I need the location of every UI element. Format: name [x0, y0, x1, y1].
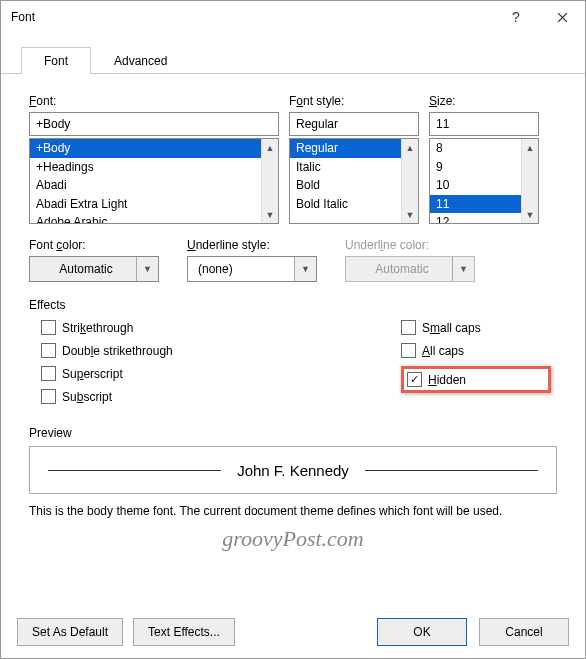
footer: Set As Default Text Effects... OK Cancel [17, 618, 569, 646]
tab-font-label: Font [44, 54, 68, 68]
set-default-button[interactable]: Set As Default [17, 618, 123, 646]
checkbox-icon: ✓ [407, 372, 422, 387]
list-item[interactable]: Abadi [30, 176, 261, 195]
list-item[interactable]: 11 [430, 195, 521, 214]
list-item[interactable]: 10 [430, 176, 521, 195]
doublestrike-checkbox[interactable]: Double strikethrough [41, 343, 401, 358]
scrollbar[interactable]: ▲ ▼ [401, 139, 418, 223]
subscript-checkbox[interactable]: Subscript [41, 389, 401, 404]
window-title: Font [11, 10, 493, 24]
underline-combo[interactable]: (none) ▼ [187, 256, 317, 282]
help-button[interactable]: ? [493, 1, 539, 33]
list-item[interactable]: Bold [290, 176, 401, 195]
checkbox-icon [41, 389, 56, 404]
close-button[interactable] [539, 1, 585, 33]
preview-hint: This is the body theme font. The current… [29, 504, 557, 518]
list-item[interactable]: 9 [430, 158, 521, 177]
scrollbar[interactable]: ▲ ▼ [521, 139, 538, 223]
tab-row: Font Advanced [1, 47, 585, 74]
checkbox-icon [41, 320, 56, 335]
superscript-checkbox[interactable]: Superscript [41, 366, 401, 381]
preview-text: John F. Kennedy [237, 462, 349, 479]
chevron-down-icon: ▼ [294, 257, 316, 281]
fontstyle-column: Font style: Regular Italic Bold Bold Ita… [289, 94, 419, 224]
scroll-up-icon[interactable]: ▲ [262, 139, 278, 156]
preview-line [48, 470, 221, 471]
list-item[interactable]: Abadi Extra Light [30, 195, 261, 214]
size-input[interactable] [429, 112, 539, 136]
list-item[interactable]: Bold Italic [290, 195, 401, 214]
list-item[interactable]: Italic [290, 158, 401, 177]
effects-right: Small caps All caps ✓Hidden [401, 320, 551, 404]
text-effects-button[interactable]: Text Effects... [133, 618, 235, 646]
fontcolor-value: Automatic [59, 262, 112, 276]
fontcolor-label: Font color: [29, 238, 159, 252]
tab-advanced-label: Advanced [114, 54, 167, 68]
underline-value: (none) [198, 262, 233, 276]
list-item[interactable]: Adobe Arabic [30, 213, 261, 224]
dialog-body: Font: +Body +Headings Abadi Abadi Extra … [1, 74, 585, 658]
preview-line [365, 470, 538, 471]
underline-label: Underline style: [187, 238, 317, 252]
underlinecolor-column: Underline color: Automatic ▼ [345, 238, 475, 282]
scrollbar[interactable]: ▲ ▼ [261, 139, 278, 223]
effects-group: Strikethrough Double strikethrough Super… [29, 318, 557, 410]
tab-advanced[interactable]: Advanced [91, 47, 190, 74]
ok-button[interactable]: OK [377, 618, 467, 646]
list-item[interactable]: 8 [430, 139, 521, 158]
smallcaps-checkbox[interactable]: Small caps [401, 320, 551, 335]
size-label: Size: [429, 94, 539, 108]
scroll-up-icon[interactable]: ▲ [402, 139, 418, 156]
size-listitems: 8 9 10 11 12 [430, 139, 521, 224]
font-listbox[interactable]: +Body +Headings Abadi Abadi Extra Light … [29, 138, 279, 224]
effects-label: Effects [29, 298, 557, 312]
scroll-down-icon[interactable]: ▼ [262, 206, 278, 223]
hidden-checkbox[interactable]: ✓Hidden [407, 372, 466, 387]
size-listbox[interactable]: 8 9 10 11 12 ▲ ▼ [429, 138, 539, 224]
fontcolor-column: Font color: Automatic ▼ [29, 238, 159, 282]
combo-row: Font color: Automatic ▼ Underline style:… [29, 238, 557, 282]
checkbox-icon [41, 343, 56, 358]
checkbox-icon [401, 343, 416, 358]
list-item[interactable]: +Headings [30, 158, 261, 177]
cancel-button[interactable]: Cancel [479, 618, 569, 646]
effects-left: Strikethrough Double strikethrough Super… [41, 320, 401, 404]
font-listitems: +Body +Headings Abadi Abadi Extra Light … [30, 139, 261, 224]
font-column: Font: +Body +Headings Abadi Abadi Extra … [29, 94, 279, 224]
underline-column: Underline style: (none) ▼ [187, 238, 317, 282]
font-dialog: Font ? Font Advanced Font: +Body +Headin… [0, 0, 586, 659]
allcaps-checkbox[interactable]: All caps [401, 343, 551, 358]
underlinecolor-value: Automatic [375, 262, 428, 276]
preview-label: Preview [29, 426, 557, 440]
titlebar: Font ? [1, 1, 585, 33]
watermark: groovyPost.com [29, 526, 557, 552]
fontstyle-label: Font style: [289, 94, 419, 108]
strikethrough-checkbox[interactable]: Strikethrough [41, 320, 401, 335]
checkbox-icon [41, 366, 56, 381]
font-label: Font: [29, 94, 279, 108]
chevron-down-icon: ▼ [136, 257, 158, 281]
fontcolor-combo[interactable]: Automatic ▼ [29, 256, 159, 282]
checkbox-icon [401, 320, 416, 335]
chevron-down-icon: ▼ [452, 257, 474, 281]
close-icon [557, 12, 568, 23]
underlinecolor-label: Underline color: [345, 238, 475, 252]
list-item[interactable]: Regular [290, 139, 401, 158]
scroll-down-icon[interactable]: ▼ [402, 206, 418, 223]
fontstyle-listitems: Regular Italic Bold Bold Italic [290, 139, 401, 213]
font-input[interactable] [29, 112, 279, 136]
fontstyle-input[interactable] [289, 112, 419, 136]
size-column: Size: 8 9 10 11 12 ▲ ▼ [429, 94, 539, 224]
scroll-up-icon[interactable]: ▲ [522, 139, 538, 156]
list-item[interactable]: +Body [30, 139, 261, 158]
tab-font[interactable]: Font [21, 47, 91, 74]
top-row: Font: +Body +Headings Abadi Abadi Extra … [29, 94, 557, 224]
hidden-highlight: ✓Hidden [401, 366, 551, 393]
preview-box: John F. Kennedy [29, 446, 557, 494]
list-item[interactable]: 12 [430, 213, 521, 224]
scroll-down-icon[interactable]: ▼ [522, 206, 538, 223]
fontstyle-listbox[interactable]: Regular Italic Bold Bold Italic ▲ ▼ [289, 138, 419, 224]
underlinecolor-combo: Automatic ▼ [345, 256, 475, 282]
